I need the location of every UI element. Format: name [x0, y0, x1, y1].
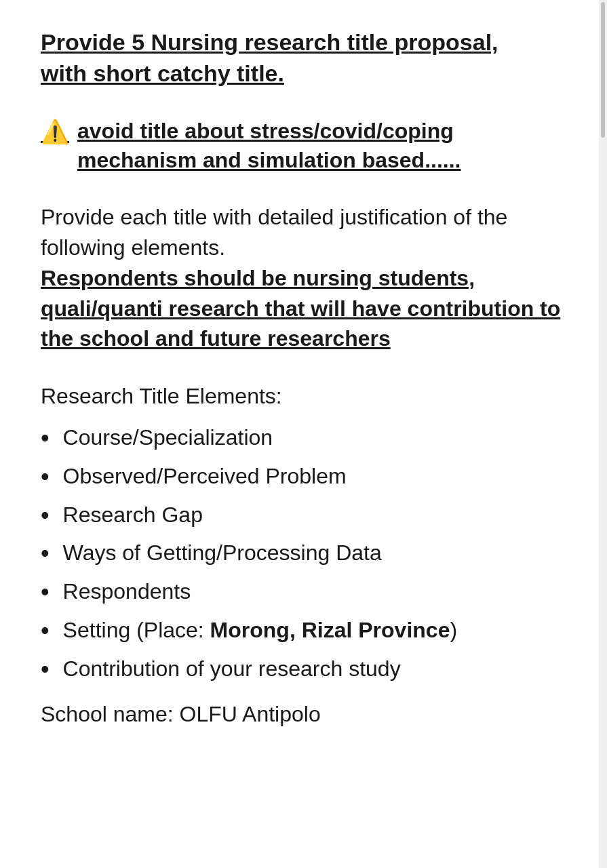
- list-item: Course/Specialization: [41, 422, 573, 454]
- list-item: Ways of Getting/Processing Data: [41, 538, 573, 570]
- instructions-block: Provide each title with detailed justifi…: [41, 202, 573, 354]
- list-item-text: Ways of Getting/Processing Data: [63, 538, 382, 568]
- list-item-text: Respondents: [63, 576, 191, 607]
- list-item-text: Setting (Place: Morong, Rizal Province): [63, 615, 457, 646]
- list-item: Research Gap: [41, 500, 573, 532]
- list-item-text: Course/Specialization: [63, 422, 273, 453]
- scrollbar-area[interactable]: [599, 0, 607, 868]
- list-item-setting: Setting (Place: Morong, Rizal Province): [41, 615, 573, 647]
- warning-text: avoid title about stress/covid/coping me…: [77, 117, 573, 175]
- instructions-bold: Respondents should be nursing students, …: [41, 266, 560, 351]
- list-item: Observed/Perceived Problem: [41, 461, 573, 493]
- warning-block: ⚠️avoid title about stress/covid/coping …: [41, 117, 573, 175]
- warning-icon: ⚠️: [41, 117, 69, 148]
- title-line2: with short catchy title.: [41, 60, 284, 86]
- bullet-list: Course/Specialization Observed/Perceived…: [41, 422, 573, 686]
- title-line1: Provide 5 Nursing research title proposa…: [41, 29, 498, 55]
- list-item-text: Observed/Perceived Problem: [63, 461, 347, 492]
- list-item-text: Contribution of your research study: [63, 654, 401, 684]
- scrollbar-thumb[interactable]: [601, 2, 605, 138]
- elements-section: Research Title Elements: Course/Speciali…: [41, 381, 573, 685]
- elements-title: Research Title Elements:: [41, 381, 573, 412]
- list-item: Respondents: [41, 576, 573, 608]
- page-title: Provide 5 Nursing research title proposa…: [41, 27, 573, 90]
- list-item-text: Research Gap: [63, 500, 203, 530]
- list-item: Contribution of your research study: [41, 654, 573, 686]
- bold-location: Morong, Rizal Province: [210, 618, 450, 642]
- instructions-normal: Provide each title with detailed justifi…: [41, 205, 507, 260]
- school-name: School name: OLFU Antipolo: [41, 699, 573, 730]
